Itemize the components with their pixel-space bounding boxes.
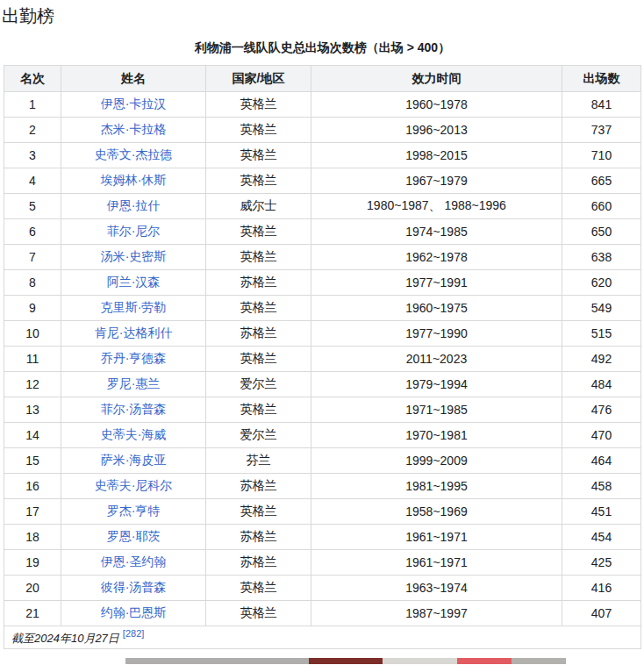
player-link[interactable]: 史蒂夫·海威 (101, 427, 167, 441)
player-link[interactable]: 彼得·汤普森 (101, 580, 167, 594)
period-cell: 1960~1978 (311, 92, 562, 118)
country-cell: 英格兰 (206, 601, 311, 626)
country-cell: 苏格兰 (206, 550, 311, 576)
name-cell: 史蒂文·杰拉德 (61, 143, 206, 168)
appearances-cell: 549 (562, 296, 641, 321)
table-row: 6菲尔·尼尔英格兰1974~1985650 (4, 219, 641, 245)
period-cell: 1963~1974 (311, 576, 562, 601)
period-cell: 1961~1971 (311, 550, 562, 576)
player-link[interactable]: 罗恩·耶茨 (107, 529, 161, 543)
name-cell: 罗尼·惠兰 (61, 372, 206, 397)
table-row: 17罗杰·亨特英格兰1958~1969451 (4, 499, 641, 525)
appearances-cell: 665 (562, 168, 641, 194)
player-link[interactable]: 约翰·巴恩斯 (101, 605, 167, 619)
player-link[interactable]: 萨米·海皮亚 (101, 453, 167, 467)
cropped-image-strip (125, 658, 566, 664)
column-header-name: 姓名 (61, 66, 206, 92)
section-heading: 出勤榜 (2, 4, 644, 28)
table-row: 5伊恩·拉什威尔士1980~1987、 1988~1996660 (4, 194, 641, 219)
period-cell: 1979~1994 (311, 372, 562, 397)
column-header-apps: 出场数 (562, 66, 641, 92)
table-row: 2杰米·卡拉格英格兰1996~2013737 (4, 118, 641, 143)
name-cell: 菲尔·尼尔 (61, 219, 206, 245)
player-link[interactable]: 史蒂文·杰拉德 (95, 147, 173, 161)
rank-cell: 3 (4, 143, 61, 168)
appearances-cell: 407 (562, 601, 641, 626)
appearances-cell: 484 (562, 372, 641, 397)
table-row: 11乔丹·亨德森英格兰2011~2023492 (4, 347, 641, 372)
appearances-cell: 650 (562, 219, 641, 245)
appearances-cell: 464 (562, 448, 641, 474)
country-cell: 英格兰 (206, 245, 311, 270)
appearances-cell: 492 (562, 347, 641, 372)
rank-cell: 4 (4, 168, 61, 194)
appearances-cell: 841 (562, 92, 641, 118)
table-row: 8阿兰·汉森苏格兰1977~1991620 (4, 270, 641, 296)
player-link[interactable]: 乔丹·亨德森 (101, 351, 167, 365)
player-link[interactable]: 菲尔·汤普森 (101, 402, 167, 416)
strip-segment (383, 658, 457, 664)
appearances-cell: 458 (562, 474, 641, 499)
player-link[interactable]: 杰米·卡拉格 (101, 122, 167, 136)
rank-cell: 15 (4, 448, 61, 474)
country-cell: 英格兰 (206, 499, 311, 525)
name-cell: 克里斯·劳勒 (61, 296, 206, 321)
country-cell: 英格兰 (206, 143, 311, 168)
appearances-cell: 737 (562, 118, 641, 143)
player-link[interactable]: 罗尼·惠兰 (107, 376, 161, 390)
rank-cell: 18 (4, 525, 61, 550)
as-of-date-note: 截至2024年10月27日 (11, 632, 119, 645)
player-link[interactable]: 伊恩·拉什 (107, 198, 161, 212)
rank-cell: 1 (4, 92, 61, 118)
rank-cell: 8 (4, 270, 61, 296)
player-link[interactable]: 克里斯·劳勒 (101, 300, 167, 314)
rank-cell: 19 (4, 550, 61, 576)
table-caption: 利物浦一线队队史总出场次数榜（出场 > 400） (4, 40, 641, 65)
period-cell: 2011~2023 (311, 347, 562, 372)
period-cell: 1977~1991 (311, 270, 562, 296)
name-cell: 史蒂夫·海威 (61, 423, 206, 448)
table-row: 15萨米·海皮亚芬兰1999~2009464 (4, 448, 641, 474)
player-link[interactable]: 伊恩·卡拉汉 (101, 97, 167, 111)
player-link[interactable]: 菲尔·尼尔 (107, 224, 161, 238)
appearances-cell: 451 (562, 499, 641, 525)
table-row: 4埃姆林·休斯英格兰1967~1979665 (4, 168, 641, 194)
country-cell: 苏格兰 (206, 270, 311, 296)
table-row: 14史蒂夫·海威爱尔兰1970~1981470 (4, 423, 641, 448)
player-link[interactable]: 阿兰·汉森 (107, 275, 161, 289)
player-link[interactable]: 罗杰·亨特 (107, 504, 161, 518)
table-row: 3史蒂文·杰拉德英格兰1998~2015710 (4, 143, 641, 168)
table-row: 18罗恩·耶茨苏格兰1961~1971454 (4, 525, 641, 550)
player-link[interactable]: 肯尼·达格利什 (95, 325, 173, 340)
player-link[interactable]: 埃姆林·休斯 (101, 173, 167, 187)
period-cell: 1980~1987、 1988~1996 (311, 194, 562, 219)
table-row: 13菲尔·汤普森英格兰1971~1985476 (4, 397, 641, 423)
article-page: 出勤榜 利物浦一线队队史总出场次数榜（出场 > 400） 名次 姓名 国家/地区… (0, 0, 644, 665)
player-link[interactable]: 史蒂夫·尼科尔 (95, 478, 173, 492)
table-row: 12罗尼·惠兰爱尔兰1979~1994484 (4, 372, 641, 397)
player-link[interactable]: 伊恩·圣约翰 (101, 554, 167, 568)
country-cell: 英格兰 (206, 296, 311, 321)
strip-segment (457, 658, 512, 664)
footer-row: 截至2024年10月27日[282] (4, 626, 641, 649)
appearances-cell: 515 (562, 321, 641, 347)
appearances-cell: 476 (562, 397, 641, 423)
name-cell: 彼得·汤普森 (61, 576, 206, 601)
country-cell: 英格兰 (206, 92, 311, 118)
country-cell: 英格兰 (206, 219, 311, 245)
appearances-cell: 660 (562, 194, 641, 219)
country-cell: 英格兰 (206, 576, 311, 601)
appearances-cell: 454 (562, 525, 641, 550)
rank-cell: 2 (4, 118, 61, 143)
table-row: 10肯尼·达格利什苏格兰1977~1990515 (4, 321, 641, 347)
name-cell: 约翰·巴恩斯 (61, 601, 206, 626)
name-cell: 伊恩·拉什 (61, 194, 206, 219)
rank-cell: 20 (4, 576, 61, 601)
reference-link[interactable]: [282] (123, 628, 144, 639)
country-cell: 苏格兰 (206, 321, 311, 347)
player-link[interactable]: 汤米·史密斯 (101, 249, 167, 263)
rank-cell: 14 (4, 423, 61, 448)
period-cell: 1958~1969 (311, 499, 562, 525)
country-cell: 苏格兰 (206, 525, 311, 550)
country-cell: 苏格兰 (206, 474, 311, 499)
